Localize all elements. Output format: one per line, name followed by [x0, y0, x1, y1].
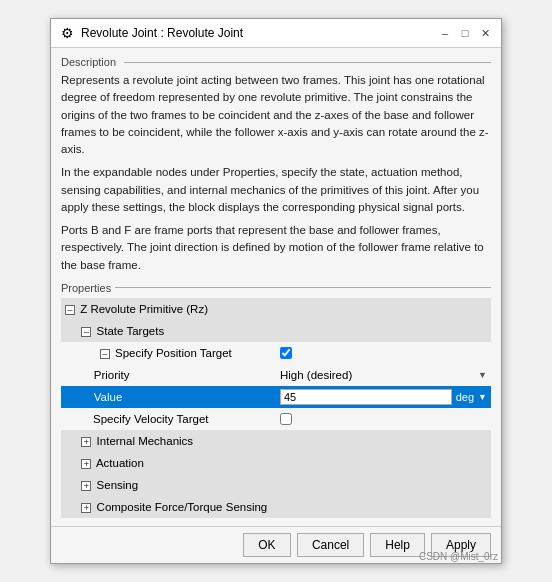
priority-label: Priority: [94, 369, 130, 381]
title-bar: ⚙ Revolute Joint : Revolute Joint – □ ✕: [51, 19, 501, 48]
minimize-button[interactable]: –: [437, 25, 453, 41]
state-targets-label: State Targets: [97, 325, 165, 337]
value-number-input[interactable]: [280, 389, 452, 405]
priority-dropdown-cell: High (desired) ▼: [280, 369, 487, 381]
table-row: + Specify Velocity Target: [61, 408, 491, 430]
composite-force-label: Composite Force/Torque Sensing: [97, 501, 268, 513]
dialog-title: Revolute Joint : Revolute Joint: [81, 26, 243, 40]
specify-position-checkbox-cell: [280, 347, 487, 359]
title-controls: – □ ✕: [437, 25, 493, 41]
description-para-1: Represents a revolute joint acting betwe…: [61, 72, 491, 158]
z-revolute-label: Z Revolute Primitive (Rz): [80, 303, 208, 315]
expand-icon-specify-position[interactable]: –: [100, 349, 110, 359]
description-text: Represents a revolute joint acting betwe…: [61, 72, 491, 274]
priority-dropdown-arrow[interactable]: ▼: [478, 370, 487, 380]
specify-position-label: Specify Position Target: [115, 347, 232, 359]
cancel-button[interactable]: Cancel: [297, 533, 364, 557]
table-row: – Specify Position Target: [61, 342, 491, 364]
close-button[interactable]: ✕: [477, 25, 493, 41]
specify-velocity-label: Specify Velocity Target: [93, 413, 209, 425]
maximize-button[interactable]: □: [457, 25, 473, 41]
specify-position-checkbox[interactable]: [280, 347, 292, 359]
expand-icon-state-targets[interactable]: –: [81, 327, 91, 337]
watermark: CSDN @Mist_0rz: [419, 551, 498, 562]
specify-velocity-checkbox[interactable]: [280, 413, 292, 425]
value-cell: deg ▼: [280, 389, 487, 405]
expand-icon-composite-force[interactable]: +: [81, 503, 91, 513]
expand-icon-sensing[interactable]: +: [81, 481, 91, 491]
ok-button[interactable]: OK: [243, 533, 291, 557]
table-row: Priority High (desired) ▼: [61, 364, 491, 386]
help-button[interactable]: Help: [370, 533, 425, 557]
priority-value: High (desired): [280, 369, 352, 381]
dialog-content: Description Represents a revolute joint …: [51, 48, 501, 526]
table-row: – Z Revolute Primitive (Rz): [61, 298, 491, 320]
expand-icon-internal-mechanics[interactable]: +: [81, 437, 91, 447]
value-label: Value: [94, 391, 123, 403]
expand-icon-actuation[interactable]: +: [81, 459, 91, 469]
dialog-icon: ⚙: [59, 25, 75, 41]
table-row: – State Targets: [61, 320, 491, 342]
properties-section: Properties – Z Revolute Primitive (Rz) –: [61, 282, 491, 518]
expand-icon-z-revolute[interactable]: –: [65, 305, 75, 315]
table-row: + Composite Force/Torque Sensing: [61, 496, 491, 518]
table-row: + Actuation: [61, 452, 491, 474]
revolute-joint-dialog: ⚙ Revolute Joint : Revolute Joint – □ ✕ …: [50, 18, 502, 564]
internal-mechanics-label: Internal Mechanics: [97, 435, 194, 447]
properties-section-label: Properties: [61, 282, 491, 294]
sensing-label: Sensing: [97, 479, 139, 491]
table-row: + Internal Mechanics: [61, 430, 491, 452]
actuation-label: Actuation: [96, 457, 144, 469]
title-bar-left: ⚙ Revolute Joint : Revolute Joint: [59, 25, 243, 41]
description-para-3: Ports B and F are frame ports that repre…: [61, 222, 491, 274]
description-section-label: Description: [61, 56, 491, 68]
properties-table: – Z Revolute Primitive (Rz) – State Targ…: [61, 298, 491, 518]
description-para-2: In the expandable nodes under Properties…: [61, 164, 491, 216]
value-unit-label: deg: [456, 391, 474, 403]
table-row: Value deg ▼: [61, 386, 491, 408]
table-row: + Sensing: [61, 474, 491, 496]
unit-dropdown-arrow[interactable]: ▼: [478, 392, 487, 402]
specify-velocity-checkbox-cell: [280, 413, 487, 425]
